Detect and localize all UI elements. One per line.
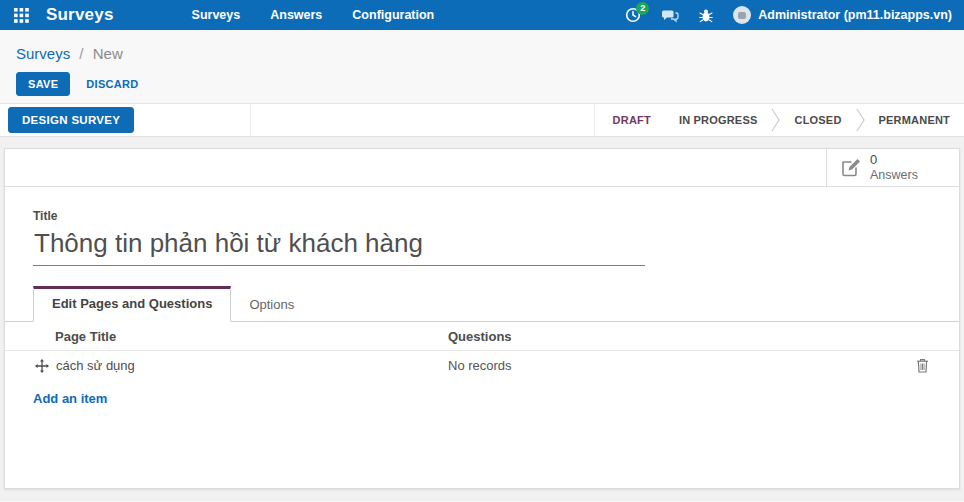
answers-count: 0	[870, 152, 918, 168]
drag-handle-icon[interactable]	[35, 359, 49, 373]
tab-options[interactable]: Options	[231, 288, 312, 322]
control-panel: Surveys / New SAVE DISCARD	[0, 30, 964, 103]
status-step-in-progress[interactable]: IN PROGRESS	[665, 114, 772, 126]
row-questions-value: No records	[448, 358, 909, 373]
chat-bubbles-icon	[661, 8, 679, 23]
pages-list: Page Title Questions	[5, 322, 959, 407]
tab-edit-pages-and-questions[interactable]: Edit Pages and Questions	[33, 286, 231, 322]
activity-menu-button[interactable]: 2	[625, 7, 641, 23]
notebook-tabs: Edit Pages and Questions Options	[5, 286, 959, 322]
apps-menu-button[interactable]	[8, 0, 34, 30]
user-name-label: Administrator (pm11.bizapps.vn)	[758, 8, 952, 22]
save-button[interactable]: SAVE	[16, 72, 70, 96]
button-box: 0 Answers	[5, 149, 959, 187]
menu-item-answers[interactable]: Answers	[258, 0, 334, 30]
edit-pencil-square-icon	[840, 157, 861, 178]
answers-stat-text: 0 Answers	[870, 152, 918, 184]
breadcrumb-separator: /	[79, 45, 83, 62]
delete-row-button[interactable]	[909, 358, 929, 373]
bug-icon	[699, 8, 713, 23]
answers-label: Answers	[870, 168, 918, 184]
top-navbar: Surveys Surveys Answers Configuration 2	[0, 0, 964, 30]
status-step-draft[interactable]: DRAFT	[599, 114, 665, 126]
column-header-questions[interactable]: Questions	[448, 329, 929, 344]
messages-menu-button[interactable]	[661, 8, 679, 23]
status-steps: DRAFT IN PROGRESS CLOSED PERMANENT	[594, 104, 964, 136]
user-avatar	[733, 6, 751, 24]
activity-count-badge: 2	[636, 2, 649, 15]
debug-menu-button[interactable]	[699, 8, 713, 23]
breadcrumb-surveys-link[interactable]: Surveys	[16, 45, 70, 62]
form-statusbar: DESIGN SURVEY DRAFT IN PROGRESS CLOSED P…	[0, 103, 964, 137]
title-input[interactable]	[33, 228, 645, 266]
sheet-region: 0 Answers Title Edit Pages and Questions…	[0, 137, 964, 501]
discard-button[interactable]: DISCARD	[86, 78, 138, 90]
breadcrumb-current: New	[93, 45, 123, 62]
list-header: Page Title Questions	[5, 322, 959, 351]
control-panel-buttons: SAVE DISCARD	[8, 72, 964, 96]
answers-stat-button[interactable]: 0 Answers	[826, 149, 959, 186]
status-step-permanent[interactable]: PERMANENT	[865, 114, 964, 126]
column-header-page-title[interactable]: Page Title	[55, 329, 448, 344]
user-menu-button[interactable]: Administrator (pm11.bizapps.vn)	[733, 6, 952, 24]
form-sheet: 0 Answers Title Edit Pages and Questions…	[4, 148, 960, 489]
apps-grid-icon	[14, 8, 29, 23]
breadcrumb: Surveys / New	[16, 45, 964, 62]
main-menu: Surveys Answers Configuration	[180, 0, 447, 30]
title-field-label: Title	[33, 209, 931, 223]
navbar-systray: 2 Administrator (pm11.bizapps.vn)	[625, 6, 952, 24]
avatar-placeholder-icon	[738, 12, 746, 19]
status-step-closed[interactable]: CLOSED	[780, 114, 855, 126]
status-chevron-icon	[856, 108, 865, 132]
form-body: Title Edit Pages and Questions Options P…	[5, 187, 959, 407]
trash-icon	[916, 358, 929, 373]
table-row[interactable]: cách sử dụng No records	[5, 351, 959, 380]
menu-item-configuration[interactable]: Configuration	[340, 0, 446, 30]
statusbar-divider	[250, 104, 251, 136]
design-survey-button[interactable]: DESIGN SURVEY	[8, 107, 134, 133]
add-an-item-link[interactable]: Add an item	[33, 391, 107, 406]
row-page-title: cách sử dụng	[56, 358, 135, 373]
status-chevron-icon	[771, 108, 780, 132]
menu-item-surveys[interactable]: Surveys	[180, 0, 253, 30]
app-brand-title[interactable]: Surveys	[46, 5, 114, 25]
